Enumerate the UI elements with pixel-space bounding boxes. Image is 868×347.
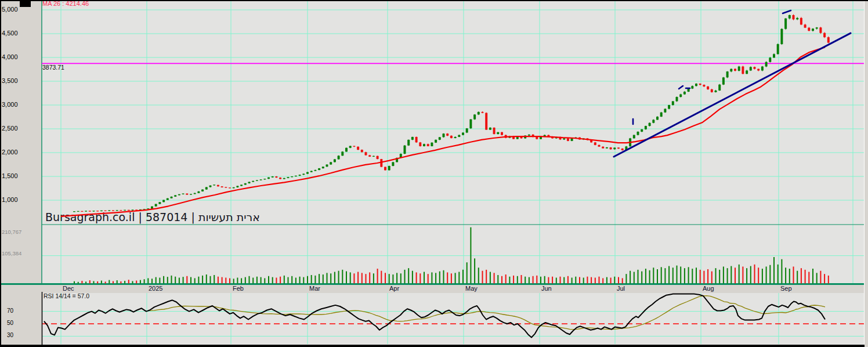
candle-body (302, 173, 305, 175)
candle-body (275, 176, 277, 178)
candle-body (478, 112, 480, 115)
candle-body (287, 177, 290, 178)
candle-body (726, 71, 729, 77)
candle-body (742, 67, 744, 74)
rsi-tick-label: 30 (7, 332, 13, 338)
candle-body (450, 136, 453, 138)
candle-body (482, 112, 484, 113)
candle-body (656, 117, 659, 120)
candle-body (443, 133, 445, 137)
month-label: Sep (780, 285, 792, 292)
candle-body (89, 211, 91, 211)
candle-body (765, 62, 768, 67)
candle-body (252, 181, 254, 182)
candle-body (715, 91, 717, 92)
right-edge-strip (864, 0, 868, 347)
candle-body (415, 137, 418, 142)
month-label: Jun (541, 285, 552, 292)
price-tick-label: 1,000 (2, 197, 18, 203)
candle-body (190, 194, 192, 194)
candle-body (96, 211, 99, 211)
candle-body (201, 190, 204, 191)
candle-body (407, 140, 410, 146)
candle-body (804, 24, 806, 27)
candle-body (77, 211, 79, 212)
candle-body (423, 144, 425, 146)
candle-body (427, 144, 429, 146)
rsi-tick-label: 50 (7, 320, 13, 326)
month-label: Feb (233, 285, 244, 292)
candle-body (800, 18, 802, 24)
candle-body (155, 204, 157, 207)
candle-body (128, 210, 130, 211)
candle-body (707, 86, 709, 89)
candle-body (789, 15, 791, 19)
candle-body (812, 28, 814, 31)
candle-body (132, 209, 134, 210)
candle-body (73, 211, 75, 212)
candle-body (81, 211, 83, 212)
candle-body (248, 182, 251, 183)
frame-left (0, 0, 1, 347)
candle-body (295, 176, 297, 176)
candle-body (167, 198, 169, 200)
candle-body (151, 207, 153, 209)
candle-body (497, 132, 499, 134)
candle-body (528, 135, 530, 136)
candle-body (571, 138, 573, 141)
ma-indicator-label: MA 26 : 4214.46 (42, 1, 89, 7)
rsi-pane (42, 293, 864, 345)
candle-body (217, 185, 219, 186)
candle-body (695, 84, 697, 86)
candle-body (209, 186, 212, 187)
candle-body (469, 120, 472, 129)
candle-body (664, 109, 666, 113)
volume-tick-label: 105,384 (2, 251, 21, 256)
candle-body (485, 113, 487, 130)
candle-body (446, 133, 449, 136)
candle-body (267, 178, 270, 179)
month-label: Jul (617, 285, 625, 292)
candle-body (679, 95, 682, 97)
candle-body (283, 178, 285, 179)
month-label: Dec (63, 285, 74, 292)
candle-body (229, 187, 231, 188)
candle-body (322, 167, 324, 168)
candle-body (750, 67, 752, 70)
candle-body (672, 101, 674, 105)
candle-body (368, 156, 371, 157)
candle-body (194, 193, 196, 194)
candle-body (158, 202, 161, 204)
candle-body (602, 147, 604, 149)
candle-body (326, 165, 328, 167)
candle-body (827, 37, 830, 42)
candle-body (796, 18, 798, 19)
candle-body (171, 197, 173, 198)
candle-body (458, 135, 460, 137)
candle-body (660, 113, 663, 117)
candle-body (676, 97, 678, 101)
candle-body (120, 210, 122, 211)
chart-canvas[interactable]: Bursagraph.co.il | 587014 | ארית תעשיות (0, 0, 868, 347)
candle-body (431, 143, 433, 146)
candle-body (688, 89, 690, 92)
candle-body (372, 156, 375, 157)
candle-body (691, 86, 693, 89)
candle-body (236, 186, 238, 187)
candle-body (256, 180, 258, 181)
candle-body (466, 128, 468, 132)
candle-body (711, 89, 713, 92)
candle-body (330, 162, 332, 164)
bursagraph-chart-window: Bursagraph.co.il | 587014 | ארית תעשיות … (0, 0, 868, 347)
candle-body (773, 54, 775, 57)
candle-body (606, 147, 608, 149)
price-tick-label: 3,500 (2, 78, 18, 84)
candle-body (272, 176, 274, 178)
candle-body (260, 179, 262, 180)
candle-body (365, 152, 367, 155)
candle-body (306, 172, 309, 174)
candle-body (734, 69, 736, 71)
candle-body (761, 67, 764, 71)
month-label: May (465, 285, 478, 292)
candle-body (345, 148, 348, 152)
